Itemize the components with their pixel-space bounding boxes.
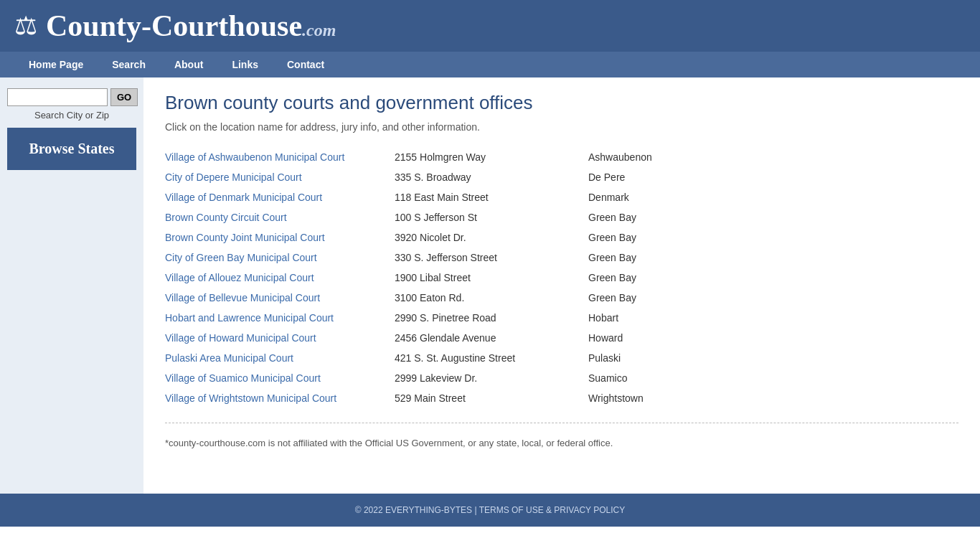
- site-header: ⚖ County-Courthouse.com: [0, 0, 980, 52]
- page-layout: GO Search City or Zip Browse States Brow…: [0, 77, 980, 494]
- court-address-cell: 421 S. St. Augustine Street: [395, 352, 588, 364]
- court-name-link[interactable]: Village of Howard Municipal Court: [165, 332, 316, 344]
- table-row: Village of Ashwaubenon Municipal Court21…: [165, 147, 958, 167]
- table-row: City of Depere Municipal Court335 S. Bro…: [165, 167, 958, 187]
- court-city-cell: Denmark: [588, 192, 629, 203]
- court-city-cell: Green Bay: [588, 212, 636, 223]
- court-name-link[interactable]: Village of Bellevue Municipal Court: [165, 292, 320, 303]
- court-address-cell: 335 S. Broadway: [395, 171, 588, 183]
- court-address-cell: 2999 Lakeview Dr.: [395, 372, 588, 384]
- court-address-cell: 2990 S. Pinetree Road: [395, 312, 588, 324]
- table-row: Pulaski Area Municipal Court421 S. St. A…: [165, 348, 958, 368]
- scales-icon: ⚖: [14, 11, 37, 41]
- court-name-cell: Brown County Joint Municipal Court: [165, 232, 395, 243]
- court-name-cell: Hobart and Lawrence Municipal Court: [165, 312, 395, 324]
- court-name-cell: Village of Allouez Municipal Court: [165, 272, 395, 283]
- site-footer: © 2022 EVERYTHING-BYTES | TERMS OF USE &…: [0, 494, 980, 527]
- main-nav: Home Page Search About Links Contact: [0, 52, 980, 77]
- table-row: Village of Bellevue Municipal Court3100 …: [165, 288, 958, 308]
- page-subtitle: Click on the location name for address, …: [165, 121, 958, 133]
- court-name-cell: Village of Wrightstown Municipal Court: [165, 392, 395, 404]
- table-row: Village of Wrightstown Municipal Court52…: [165, 388, 958, 408]
- footer-text: © 2022 EVERYTHING-BYTES | TERMS OF USE &…: [355, 505, 626, 515]
- court-name-cell: Village of Denmark Municipal Court: [165, 192, 395, 203]
- court-name-cell: Village of Ashwaubenon Municipal Court: [165, 151, 395, 163]
- court-address-cell: 3100 Eaton Rd.: [395, 292, 588, 303]
- sidebar: GO Search City or Zip Browse States: [0, 77, 143, 494]
- court-city-cell: Green Bay: [588, 252, 636, 263]
- nav-about[interactable]: About: [160, 52, 217, 77]
- court-name-link[interactable]: Pulaski Area Municipal Court: [165, 352, 293, 364]
- nav-search[interactable]: Search: [98, 52, 160, 77]
- search-label: Search City or Zip: [7, 110, 136, 121]
- court-name-link[interactable]: Village of Denmark Municipal Court: [165, 192, 322, 203]
- court-city-cell: Green Bay: [588, 292, 636, 303]
- court-name-link[interactable]: Village of Ashwaubenon Municipal Court: [165, 151, 344, 163]
- site-title: County-Courthouse.com: [46, 9, 336, 43]
- main-content: Brown county courts and government offic…: [143, 77, 980, 494]
- court-list: Village of Ashwaubenon Municipal Court21…: [165, 147, 958, 408]
- table-row: Village of Suamico Municipal Court2999 L…: [165, 368, 958, 388]
- court-address-cell: 2456 Glendale Avenue: [395, 332, 588, 344]
- nav-home[interactable]: Home Page: [14, 52, 98, 77]
- court-address-cell: 1900 Libal Street: [395, 272, 588, 283]
- court-name-link[interactable]: City of Green Bay Municipal Court: [165, 252, 317, 263]
- court-name-cell: Pulaski Area Municipal Court: [165, 352, 395, 364]
- court-city-cell: De Pere: [588, 171, 625, 183]
- court-city-cell: Green Bay: [588, 232, 636, 243]
- table-row: City of Green Bay Municipal Court330 S. …: [165, 248, 958, 268]
- disclaimer-text: *county-courthouse.com is not affiliated…: [165, 438, 958, 448]
- court-city-cell: Green Bay: [588, 272, 636, 283]
- nav-links[interactable]: Links: [217, 52, 273, 77]
- court-name-cell: Village of Suamico Municipal Court: [165, 372, 395, 384]
- court-address-cell: 2155 Holmgren Way: [395, 151, 588, 163]
- court-address-cell: 330 S. Jefferson Street: [395, 252, 588, 263]
- table-row: Brown County Circuit Court100 S Jefferso…: [165, 207, 958, 227]
- go-button[interactable]: GO: [110, 88, 138, 106]
- table-row: Village of Allouez Municipal Court1900 L…: [165, 268, 958, 288]
- court-name-cell: City of Depere Municipal Court: [165, 171, 395, 183]
- court-name-cell: Village of Howard Municipal Court: [165, 332, 395, 344]
- court-city-cell: Howard: [588, 332, 623, 344]
- page-title: Brown county courts and government offic…: [165, 92, 958, 114]
- court-city-cell: Ashwaubenon: [588, 151, 652, 163]
- court-name-cell: Village of Bellevue Municipal Court: [165, 292, 395, 303]
- table-row: Brown County Joint Municipal Court3920 N…: [165, 227, 958, 248]
- court-address-cell: 529 Main Street: [395, 392, 588, 404]
- court-city-cell: Hobart: [588, 312, 618, 324]
- nav-contact[interactable]: Contact: [273, 52, 339, 77]
- court-name-link[interactable]: Village of Allouez Municipal Court: [165, 272, 314, 283]
- search-box: GO: [7, 88, 136, 106]
- court-city-cell: Suamico: [588, 372, 627, 384]
- search-input[interactable]: [7, 88, 108, 106]
- court-name-link[interactable]: Brown County Joint Municipal Court: [165, 232, 325, 243]
- court-city-cell: Pulaski: [588, 352, 621, 364]
- divider: [165, 423, 958, 423]
- court-address-cell: 3920 Nicolet Dr.: [395, 232, 588, 243]
- table-row: Village of Denmark Municipal Court118 Ea…: [165, 187, 958, 207]
- court-city-cell: Wrightstown: [588, 392, 644, 404]
- browse-states-button[interactable]: Browse States: [7, 128, 136, 170]
- court-name-link[interactable]: City of Depere Municipal Court: [165, 171, 302, 183]
- table-row: Village of Howard Municipal Court2456 Gl…: [165, 328, 958, 348]
- court-name-cell: Brown County Circuit Court: [165, 212, 395, 223]
- table-row: Hobart and Lawrence Municipal Court2990 …: [165, 308, 958, 328]
- court-name-link[interactable]: Brown County Circuit Court: [165, 212, 287, 223]
- court-name-link[interactable]: Hobart and Lawrence Municipal Court: [165, 312, 334, 324]
- court-address-cell: 100 S Jefferson St: [395, 212, 588, 223]
- court-name-link[interactable]: Village of Wrightstown Municipal Court: [165, 392, 336, 404]
- court-name-cell: City of Green Bay Municipal Court: [165, 252, 395, 263]
- court-address-cell: 118 East Main Street: [395, 192, 588, 203]
- court-name-link[interactable]: Village of Suamico Municipal Court: [165, 372, 321, 384]
